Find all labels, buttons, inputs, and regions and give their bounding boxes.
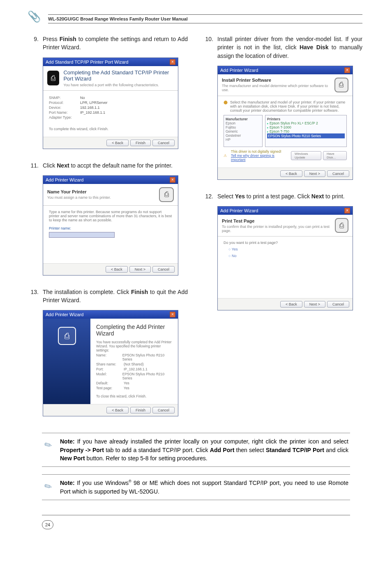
step-number: 12. xyxy=(204,192,213,200)
step-12: 12. Select Yes to print a test page. Cli… xyxy=(204,192,362,200)
cancel-button: Cancel xyxy=(327,170,349,177)
manufacturer-list: Manufacturer Epson Fujitsu Generic Geste… xyxy=(224,115,263,147)
note-2: ✎ Note: If you use Windows® 98 or ME whi… xyxy=(42,474,350,500)
pencil-icon: ✎ xyxy=(42,436,56,451)
dialog-heading: Install Printer Software xyxy=(222,78,330,83)
close-icon: × xyxy=(344,208,350,214)
dialog-heading: Name Your Printer xyxy=(47,189,111,194)
step-text: Install printer driver from the vendor-m… xyxy=(217,35,362,60)
have-disk-button: Have Disk... xyxy=(323,151,347,160)
option-no: No xyxy=(228,254,347,258)
step-number: 11. xyxy=(30,161,39,170)
step-text: Click Next to accpt the default name for… xyxy=(43,161,188,170)
pencil-icon: ✎ xyxy=(42,478,56,493)
step-number: 13. xyxy=(30,288,39,305)
finish-button: Finish xyxy=(130,407,151,413)
wizard-screenshot-13: Add Printer Wizard × ⎙ Completing the Ad… xyxy=(43,310,178,416)
printer-icon: ⎙ xyxy=(159,187,174,202)
step-number: 9. xyxy=(30,35,39,52)
close-icon: × xyxy=(344,67,350,73)
printer-icon: ⎙ xyxy=(58,327,76,345)
windows-update-button: Windows Update xyxy=(291,151,321,160)
dialog-heading: Print Test Page xyxy=(222,218,331,223)
option-yes: Yes xyxy=(228,247,347,251)
printer-icon: ⎙ xyxy=(335,218,349,233)
back-button: < Back xyxy=(106,140,129,146)
dialog-title: Add Printer Wizard xyxy=(46,312,83,317)
wizard-screenshot-11: Add Printer Wizard × Name Your Printer Y… xyxy=(43,175,178,276)
printers-list: Printers Epson Stylus Pro XL+ ESC/P 2 Ep… xyxy=(265,115,347,147)
back-button: < Back xyxy=(280,301,302,308)
next-button: Next > xyxy=(129,266,151,273)
back-button: < Back xyxy=(106,407,129,413)
step-text: The installation is complete. Click Fini… xyxy=(43,288,188,305)
note-text: Note: If you have already installed the … xyxy=(60,437,348,462)
step-13: 13. The installation is complete. Click … xyxy=(30,288,188,305)
dialog-subtext: The manufacturer and model determine whi… xyxy=(222,84,330,92)
finish-button: Finish xyxy=(130,140,151,146)
cancel-button: Cancel xyxy=(152,407,175,413)
back-button: < Back xyxy=(280,170,302,177)
printer-name-input xyxy=(49,232,115,238)
paperclip-icon: 📎 xyxy=(28,12,45,23)
dialog-heading: Completing the Add Standard TCP/IP Print… xyxy=(63,69,174,82)
next-button: Next > xyxy=(304,170,325,177)
next-button: Next > xyxy=(304,301,325,308)
close-icon: × xyxy=(170,312,175,317)
wizard-screenshot-9: Add Standard TCP/IP Printer Port Wizard … xyxy=(43,57,178,149)
step-10: 10. Install printer driver from the vend… xyxy=(204,35,362,60)
page-number: 24 xyxy=(42,520,53,529)
cancel-button: Cancel xyxy=(327,301,349,308)
note-text: Note: If you use Windows® 98 or ME which… xyxy=(60,479,348,496)
step-number: 10. xyxy=(204,35,213,60)
cancel-button: Cancel xyxy=(152,266,175,273)
dialog-title: Add Printer Wizard xyxy=(220,68,258,73)
dialog-title: Add Printer Wizard xyxy=(220,208,258,213)
step-text: Select Yes to print a test page. Click N… xyxy=(217,192,362,200)
manual-title: WL-520GU/GC Broad Range Wireless Family … xyxy=(48,14,362,23)
wizard-screenshot-10: Add Printer Wizard × Install Printer Sof… xyxy=(217,66,353,180)
step-11: 11. Click Next to accpt the default name… xyxy=(30,161,188,170)
dialog-subtext: You must assign a name to this printer. xyxy=(47,195,111,200)
printer-icon: ⎙ xyxy=(334,78,348,92)
dialog-subtext: To confirm that the printer is installed… xyxy=(222,225,331,233)
close-icon: × xyxy=(170,177,175,183)
dialog-subtext: You have selected a port with the follow… xyxy=(63,83,174,87)
step-9: 9. Press Finish to complete the settings… xyxy=(30,35,188,52)
dialog-heading: Completing the Add Printer Wizard xyxy=(96,324,172,337)
dialog-title: Add Printer Wizard xyxy=(46,177,83,182)
step-text: Press Finish to complete the settings an… xyxy=(43,35,188,52)
back-button: < Back xyxy=(106,266,128,273)
wizard-screenshot-12: Add Printer Wizard × Print Test Page To … xyxy=(217,206,353,310)
footer-rule xyxy=(42,515,350,515)
cancel-button: Cancel xyxy=(152,140,175,146)
wizard-logo-icon: ⎙ xyxy=(47,71,59,85)
note-1: ✎ Note: If you have already installed th… xyxy=(42,433,350,467)
dialog-title: Add Standard TCP/IP Printer Port Wizard xyxy=(46,60,128,64)
close-icon: × xyxy=(170,59,175,65)
